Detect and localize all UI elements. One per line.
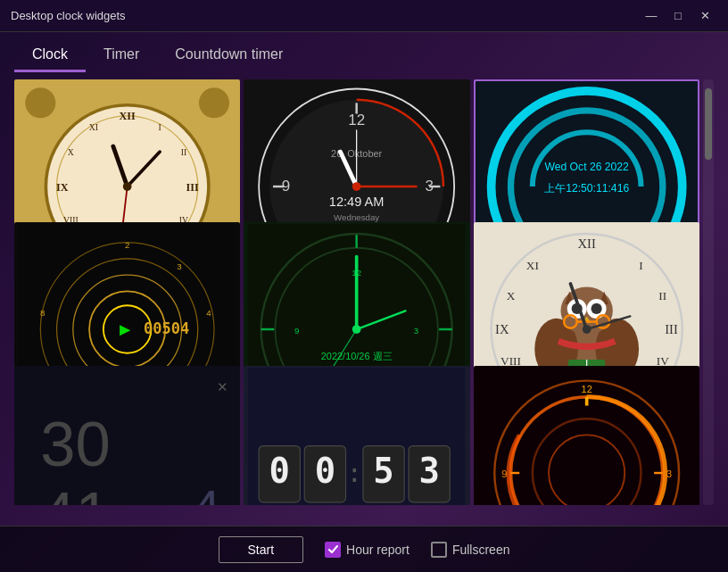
svg-text:Wed Oct 26 2022: Wed Oct 26 2022 (544, 161, 629, 173)
window-controls: — □ ✕ (639, 6, 717, 26)
svg-text:12: 12 (349, 112, 366, 128)
svg-text:2: 2 (125, 240, 129, 250)
svg-text::: : (347, 457, 363, 487)
svg-text:9: 9 (282, 178, 290, 195)
svg-text:3: 3 (666, 468, 672, 479)
maximize-button[interactable]: □ (666, 6, 691, 26)
fullscreen-checkbox[interactable] (431, 542, 447, 558)
fullscreen-label: Fullscreen (452, 543, 510, 557)
svg-text:3: 3 (426, 178, 434, 195)
svg-text:0: 0 (315, 451, 335, 491)
svg-point-41 (352, 182, 361, 191)
svg-text:Wednesday: Wednesday (334, 212, 379, 222)
svg-point-109 (582, 325, 591, 334)
svg-text:5: 5 (374, 451, 394, 491)
svg-text:4: 4 (193, 479, 220, 505)
svg-text:XII: XII (120, 110, 136, 122)
svg-point-1 (25, 87, 55, 118)
scrollbar-thumb[interactable] (705, 88, 712, 160)
svg-text:12:49 AM: 12:49 AM (329, 195, 385, 209)
svg-point-70 (352, 325, 361, 334)
svg-text:4: 4 (206, 309, 211, 319)
widget-grid: XII III VI IX I II IV V VII VIII X XI (14, 79, 699, 505)
svg-text:12: 12 (581, 384, 592, 394)
fullscreen-group[interactable]: Fullscreen (431, 542, 510, 558)
minimize-button[interactable]: — (639, 6, 664, 26)
svg-text:III: III (186, 181, 199, 194)
bottom-bar: Start Hour report Fullscreen (0, 526, 728, 572)
svg-text:IX: IX (56, 181, 69, 194)
tab-bar: Clock Timer Countdown timer (0, 32, 728, 72)
svg-text:8: 8 (40, 309, 45, 319)
tab-countdown[interactable]: Countdown timer (157, 39, 301, 72)
svg-text:41: 41 (40, 478, 110, 505)
svg-text:XII: XII (577, 236, 595, 251)
widget-big-numbers[interactable]: 30 41 4 ✕ (14, 366, 240, 505)
svg-text:12: 12 (352, 269, 362, 278)
svg-text:XI: XI (89, 122, 98, 132)
svg-text:0: 0 (269, 451, 290, 491)
svg-text:2022/10/26 週三: 2022/10/26 週三 (321, 351, 393, 361)
app-title: Desktop clock widgets (11, 9, 126, 22)
svg-text:上午12:50:11:416: 上午12:50:11:416 (544, 182, 629, 195)
svg-text:30: 30 (40, 408, 110, 478)
tab-timer[interactable]: Timer (86, 39, 157, 72)
svg-text:X: X (506, 289, 515, 303)
widget-flip-clock[interactable]: 0 0 : 5 3 1 6 (244, 366, 469, 505)
svg-text:9: 9 (501, 468, 507, 479)
svg-text:✕: ✕ (217, 379, 228, 394)
svg-text:9: 9 (294, 326, 299, 336)
svg-text:I: I (159, 122, 161, 132)
svg-text:IX: IX (495, 322, 509, 336)
hour-report-label: Hour report (346, 543, 410, 557)
close-button[interactable]: ✕ (692, 6, 717, 26)
svg-text:II: II (658, 289, 666, 303)
svg-point-100 (591, 303, 601, 314)
svg-text:3: 3 (419, 451, 440, 491)
svg-point-2 (199, 87, 229, 118)
start-button[interactable]: Start (219, 536, 304, 563)
svg-text:00504: 00504 (144, 319, 189, 337)
svg-text:3: 3 (414, 326, 418, 336)
widget-fire-swirl[interactable]: 12 3 6 9 (474, 366, 699, 505)
tab-clock[interactable]: Clock (14, 39, 86, 72)
hour-report-group[interactable]: Hour report (325, 542, 410, 558)
svg-text:X: X (68, 147, 74, 157)
svg-text:III: III (665, 322, 678, 336)
title-bar: Desktop clock widgets — □ ✕ (0, 0, 728, 32)
hour-report-checkbox[interactable] (325, 542, 341, 558)
svg-text:II: II (181, 147, 186, 157)
content-area: XII III VI IX I II IV V VII VIII X XI (0, 72, 728, 512)
scrollbar-track[interactable] (703, 79, 714, 505)
svg-text:XI: XI (525, 259, 538, 272)
svg-text:3: 3 (177, 261, 181, 271)
svg-text:I: I (639, 259, 642, 272)
svg-point-23 (123, 182, 132, 191)
